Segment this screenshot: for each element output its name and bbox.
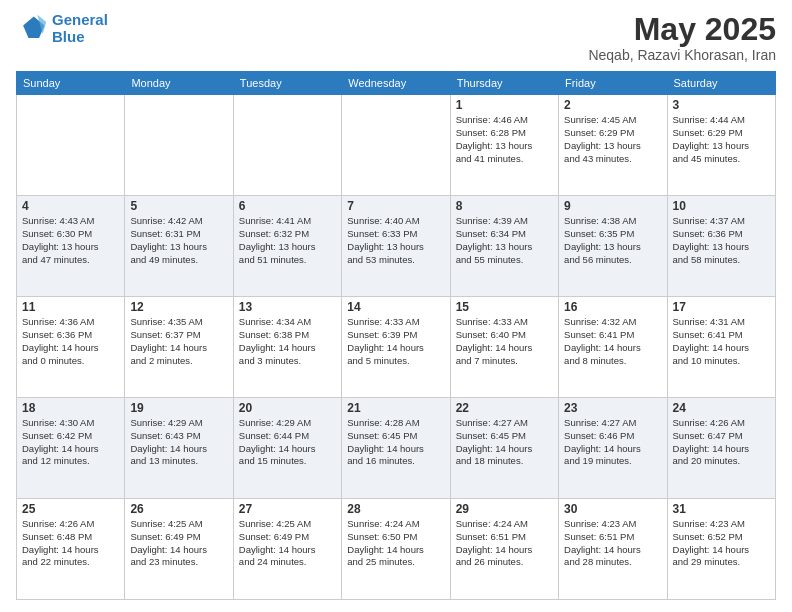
day-number: 17 bbox=[673, 300, 770, 314]
col-friday: Friday bbox=[559, 72, 667, 95]
table-cell bbox=[342, 95, 450, 196]
day-number: 23 bbox=[564, 401, 661, 415]
day-number: 12 bbox=[130, 300, 227, 314]
table-cell: 23Sunrise: 4:27 AM Sunset: 6:46 PM Dayli… bbox=[559, 398, 667, 499]
day-info: Sunrise: 4:29 AM Sunset: 6:44 PM Dayligh… bbox=[239, 417, 336, 468]
table-cell: 26Sunrise: 4:25 AM Sunset: 6:49 PM Dayli… bbox=[125, 499, 233, 600]
main-title: May 2025 bbox=[588, 12, 776, 47]
day-info: Sunrise: 4:25 AM Sunset: 6:49 PM Dayligh… bbox=[239, 518, 336, 569]
logo: General Blue bbox=[16, 12, 108, 45]
table-cell bbox=[125, 95, 233, 196]
col-thursday: Thursday bbox=[450, 72, 558, 95]
day-number: 1 bbox=[456, 98, 553, 112]
calendar-week-4: 18Sunrise: 4:30 AM Sunset: 6:42 PM Dayli… bbox=[17, 398, 776, 499]
calendar-week-5: 25Sunrise: 4:26 AM Sunset: 6:48 PM Dayli… bbox=[17, 499, 776, 600]
day-number: 19 bbox=[130, 401, 227, 415]
table-cell: 6Sunrise: 4:41 AM Sunset: 6:32 PM Daylig… bbox=[233, 196, 341, 297]
day-number: 10 bbox=[673, 199, 770, 213]
table-cell: 31Sunrise: 4:23 AM Sunset: 6:52 PM Dayli… bbox=[667, 499, 775, 600]
table-cell: 13Sunrise: 4:34 AM Sunset: 6:38 PM Dayli… bbox=[233, 297, 341, 398]
day-number: 13 bbox=[239, 300, 336, 314]
table-cell: 25Sunrise: 4:26 AM Sunset: 6:48 PM Dayli… bbox=[17, 499, 125, 600]
table-cell: 30Sunrise: 4:23 AM Sunset: 6:51 PM Dayli… bbox=[559, 499, 667, 600]
day-number: 4 bbox=[22, 199, 119, 213]
day-number: 30 bbox=[564, 502, 661, 516]
day-number: 29 bbox=[456, 502, 553, 516]
day-info: Sunrise: 4:42 AM Sunset: 6:31 PM Dayligh… bbox=[130, 215, 227, 266]
logo-icon bbox=[16, 13, 48, 45]
table-cell: 3Sunrise: 4:44 AM Sunset: 6:29 PM Daylig… bbox=[667, 95, 775, 196]
day-info: Sunrise: 4:43 AM Sunset: 6:30 PM Dayligh… bbox=[22, 215, 119, 266]
day-info: Sunrise: 4:33 AM Sunset: 6:40 PM Dayligh… bbox=[456, 316, 553, 367]
table-cell: 11Sunrise: 4:36 AM Sunset: 6:36 PM Dayli… bbox=[17, 297, 125, 398]
logo-text: General Blue bbox=[52, 12, 108, 45]
day-number: 14 bbox=[347, 300, 444, 314]
day-info: Sunrise: 4:24 AM Sunset: 6:50 PM Dayligh… bbox=[347, 518, 444, 569]
day-number: 9 bbox=[564, 199, 661, 213]
logo-general: General bbox=[52, 11, 108, 28]
col-wednesday: Wednesday bbox=[342, 72, 450, 95]
table-cell: 28Sunrise: 4:24 AM Sunset: 6:50 PM Dayli… bbox=[342, 499, 450, 600]
table-cell: 22Sunrise: 4:27 AM Sunset: 6:45 PM Dayli… bbox=[450, 398, 558, 499]
day-info: Sunrise: 4:34 AM Sunset: 6:38 PM Dayligh… bbox=[239, 316, 336, 367]
day-info: Sunrise: 4:35 AM Sunset: 6:37 PM Dayligh… bbox=[130, 316, 227, 367]
table-cell: 5Sunrise: 4:42 AM Sunset: 6:31 PM Daylig… bbox=[125, 196, 233, 297]
day-info: Sunrise: 4:23 AM Sunset: 6:52 PM Dayligh… bbox=[673, 518, 770, 569]
day-info: Sunrise: 4:33 AM Sunset: 6:39 PM Dayligh… bbox=[347, 316, 444, 367]
table-cell: 16Sunrise: 4:32 AM Sunset: 6:41 PM Dayli… bbox=[559, 297, 667, 398]
table-cell: 15Sunrise: 4:33 AM Sunset: 6:40 PM Dayli… bbox=[450, 297, 558, 398]
day-info: Sunrise: 4:46 AM Sunset: 6:28 PM Dayligh… bbox=[456, 114, 553, 165]
calendar-header-row: Sunday Monday Tuesday Wednesday Thursday… bbox=[17, 72, 776, 95]
table-cell bbox=[17, 95, 125, 196]
day-info: Sunrise: 4:31 AM Sunset: 6:41 PM Dayligh… bbox=[673, 316, 770, 367]
day-info: Sunrise: 4:23 AM Sunset: 6:51 PM Dayligh… bbox=[564, 518, 661, 569]
table-cell: 1Sunrise: 4:46 AM Sunset: 6:28 PM Daylig… bbox=[450, 95, 558, 196]
day-number: 6 bbox=[239, 199, 336, 213]
calendar-week-3: 11Sunrise: 4:36 AM Sunset: 6:36 PM Dayli… bbox=[17, 297, 776, 398]
day-info: Sunrise: 4:26 AM Sunset: 6:48 PM Dayligh… bbox=[22, 518, 119, 569]
table-cell: 4Sunrise: 4:43 AM Sunset: 6:30 PM Daylig… bbox=[17, 196, 125, 297]
day-info: Sunrise: 4:45 AM Sunset: 6:29 PM Dayligh… bbox=[564, 114, 661, 165]
calendar-week-1: 1Sunrise: 4:46 AM Sunset: 6:28 PM Daylig… bbox=[17, 95, 776, 196]
calendar-table: Sunday Monday Tuesday Wednesday Thursday… bbox=[16, 71, 776, 600]
day-number: 3 bbox=[673, 98, 770, 112]
day-number: 20 bbox=[239, 401, 336, 415]
day-number: 11 bbox=[22, 300, 119, 314]
day-number: 27 bbox=[239, 502, 336, 516]
day-number: 28 bbox=[347, 502, 444, 516]
day-number: 26 bbox=[130, 502, 227, 516]
table-cell: 7Sunrise: 4:40 AM Sunset: 6:33 PM Daylig… bbox=[342, 196, 450, 297]
day-info: Sunrise: 4:32 AM Sunset: 6:41 PM Dayligh… bbox=[564, 316, 661, 367]
table-cell: 21Sunrise: 4:28 AM Sunset: 6:45 PM Dayli… bbox=[342, 398, 450, 499]
header: General Blue May 2025 Neqab, Razavi Khor… bbox=[16, 12, 776, 63]
page: General Blue May 2025 Neqab, Razavi Khor… bbox=[0, 0, 792, 612]
day-info: Sunrise: 4:25 AM Sunset: 6:49 PM Dayligh… bbox=[130, 518, 227, 569]
day-info: Sunrise: 4:29 AM Sunset: 6:43 PM Dayligh… bbox=[130, 417, 227, 468]
day-info: Sunrise: 4:41 AM Sunset: 6:32 PM Dayligh… bbox=[239, 215, 336, 266]
day-info: Sunrise: 4:40 AM Sunset: 6:33 PM Dayligh… bbox=[347, 215, 444, 266]
table-cell: 24Sunrise: 4:26 AM Sunset: 6:47 PM Dayli… bbox=[667, 398, 775, 499]
table-cell: 8Sunrise: 4:39 AM Sunset: 6:34 PM Daylig… bbox=[450, 196, 558, 297]
day-info: Sunrise: 4:36 AM Sunset: 6:36 PM Dayligh… bbox=[22, 316, 119, 367]
day-info: Sunrise: 4:37 AM Sunset: 6:36 PM Dayligh… bbox=[673, 215, 770, 266]
col-monday: Monday bbox=[125, 72, 233, 95]
title-block: May 2025 Neqab, Razavi Khorasan, Iran bbox=[588, 12, 776, 63]
logo-blue: Blue bbox=[52, 28, 85, 45]
col-saturday: Saturday bbox=[667, 72, 775, 95]
table-cell bbox=[233, 95, 341, 196]
calendar-week-2: 4Sunrise: 4:43 AM Sunset: 6:30 PM Daylig… bbox=[17, 196, 776, 297]
day-info: Sunrise: 4:24 AM Sunset: 6:51 PM Dayligh… bbox=[456, 518, 553, 569]
table-cell: 9Sunrise: 4:38 AM Sunset: 6:35 PM Daylig… bbox=[559, 196, 667, 297]
day-info: Sunrise: 4:44 AM Sunset: 6:29 PM Dayligh… bbox=[673, 114, 770, 165]
day-number: 24 bbox=[673, 401, 770, 415]
day-number: 22 bbox=[456, 401, 553, 415]
day-number: 31 bbox=[673, 502, 770, 516]
table-cell: 19Sunrise: 4:29 AM Sunset: 6:43 PM Dayli… bbox=[125, 398, 233, 499]
day-number: 15 bbox=[456, 300, 553, 314]
table-cell: 10Sunrise: 4:37 AM Sunset: 6:36 PM Dayli… bbox=[667, 196, 775, 297]
col-tuesday: Tuesday bbox=[233, 72, 341, 95]
day-info: Sunrise: 4:27 AM Sunset: 6:46 PM Dayligh… bbox=[564, 417, 661, 468]
day-number: 18 bbox=[22, 401, 119, 415]
day-number: 5 bbox=[130, 199, 227, 213]
col-sunday: Sunday bbox=[17, 72, 125, 95]
